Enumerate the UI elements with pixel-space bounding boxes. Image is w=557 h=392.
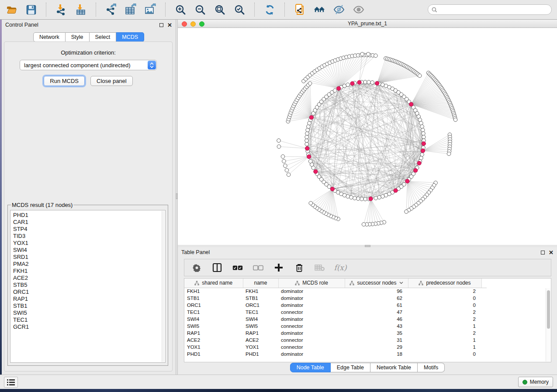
network-node[interactable] bbox=[356, 197, 360, 201]
window-close-button[interactable] bbox=[182, 21, 187, 27]
network-canvas[interactable] bbox=[178, 28, 557, 245]
tab-edge-table[interactable]: Edge Table bbox=[331, 363, 370, 372]
mcds-node[interactable] bbox=[405, 179, 409, 183]
network-node[interactable] bbox=[305, 139, 309, 143]
network-node[interactable] bbox=[422, 132, 426, 136]
function-builder-button[interactable]: f(x) bbox=[335, 262, 346, 273]
network-node[interactable] bbox=[447, 152, 451, 156]
zoom-selected-button[interactable] bbox=[233, 3, 246, 16]
mcds-node[interactable] bbox=[307, 155, 311, 158]
column-header-shared-name[interactable]: shared name bbox=[184, 279, 243, 288]
show-panels-button[interactable] bbox=[4, 377, 18, 388]
network-svg[interactable] bbox=[178, 28, 557, 245]
save-session-button[interactable] bbox=[25, 3, 37, 16]
network-node[interactable] bbox=[305, 135, 309, 139]
list-item[interactable]: SRD1 bbox=[13, 254, 163, 261]
network-node[interactable] bbox=[346, 83, 350, 87]
network-node[interactable] bbox=[419, 121, 423, 125]
network-node[interactable] bbox=[453, 118, 457, 122]
network-node[interactable] bbox=[362, 223, 366, 227]
table-scrollbar-thumb[interactable] bbox=[547, 290, 550, 329]
network-node[interactable] bbox=[418, 74, 422, 78]
mcds-node[interactable] bbox=[357, 80, 361, 84]
mcds-node[interactable] bbox=[337, 86, 341, 90]
export-table-button[interactable] bbox=[125, 3, 137, 16]
column-header-MCDS-role[interactable]: MCDS role bbox=[278, 279, 345, 288]
import-network-button[interactable] bbox=[55, 3, 67, 16]
network-node[interactable] bbox=[349, 196, 353, 199]
network-node[interactable] bbox=[420, 125, 424, 129]
mcds-node[interactable] bbox=[421, 149, 425, 153]
import-table-button[interactable] bbox=[75, 3, 87, 16]
table-row[interactable]: ACE2ACE2connector311 bbox=[184, 337, 487, 344]
close-panel-icon[interactable]: ✕ bbox=[167, 23, 172, 27]
table-row[interactable]: TEC1TEC1connector472 bbox=[184, 309, 487, 316]
column-header-predecessor-nodes[interactable]: predecessor nodes bbox=[408, 279, 481, 288]
mcds-node[interactable] bbox=[314, 169, 318, 173]
network-node[interactable] bbox=[360, 52, 364, 56]
network-node[interactable] bbox=[309, 201, 313, 205]
tab-motifs[interactable]: Motifs bbox=[418, 363, 445, 372]
export-network-button[interactable] bbox=[105, 3, 117, 16]
deselect-all-button[interactable] bbox=[253, 262, 263, 273]
list-item[interactable]: ACE2 bbox=[13, 275, 163, 282]
network-node[interactable] bbox=[308, 159, 312, 163]
network-node[interactable] bbox=[277, 139, 281, 143]
zoom-fit-button[interactable] bbox=[214, 3, 226, 16]
list-item[interactable]: FKH1 bbox=[13, 268, 163, 275]
network-node[interactable] bbox=[285, 168, 289, 172]
window-minimize-button[interactable] bbox=[190, 21, 196, 27]
float-panel-icon[interactable] bbox=[159, 23, 163, 27]
zoom-in-button[interactable] bbox=[174, 3, 187, 16]
network-node[interactable] bbox=[353, 196, 357, 200]
window-zoom-button[interactable] bbox=[199, 21, 204, 27]
table-row[interactable]: PHD1PHD1dominator180 bbox=[184, 351, 487, 358]
network-node[interactable] bbox=[363, 80, 367, 84]
list-item[interactable]: PHD1 bbox=[13, 212, 163, 219]
mcds-node[interactable] bbox=[409, 102, 413, 106]
network-node[interactable] bbox=[307, 125, 311, 129]
show-graphics-button[interactable] bbox=[353, 3, 365, 16]
list-item[interactable]: GCR1 bbox=[13, 323, 163, 330]
list-item[interactable]: PMA2 bbox=[13, 261, 163, 268]
network-window-titlebar[interactable]: YPA_prune.txt_1 bbox=[178, 20, 557, 28]
network-node[interactable] bbox=[306, 128, 310, 132]
refresh-view-button[interactable] bbox=[263, 3, 276, 16]
close-panel-button[interactable]: Close panel bbox=[90, 76, 133, 86]
network-node[interactable] bbox=[284, 164, 287, 168]
mcds-node[interactable] bbox=[417, 161, 421, 165]
table-row[interactable]: SWI4SWI4dominator462 bbox=[184, 316, 487, 323]
tab-network-table[interactable]: Network Table bbox=[370, 363, 418, 372]
float-table-panel-icon[interactable] bbox=[541, 251, 545, 254]
show-columns-button[interactable] bbox=[212, 262, 222, 273]
select-all-button[interactable] bbox=[232, 262, 243, 273]
network-node[interactable] bbox=[305, 132, 309, 136]
open-file-button[interactable] bbox=[5, 3, 17, 16]
list-item[interactable]: SWI4 bbox=[13, 247, 163, 254]
mcds-node[interactable] bbox=[350, 82, 354, 86]
network-node[interactable] bbox=[367, 52, 370, 56]
run-mcds-button[interactable]: Run MCDS bbox=[44, 76, 85, 86]
network-node[interactable] bbox=[377, 196, 381, 199]
list-item[interactable]: YOX1 bbox=[13, 240, 163, 247]
tab-mcds[interactable]: MCDS bbox=[116, 32, 144, 42]
table-row[interactable]: FKH1FKH1dominator962 bbox=[184, 288, 487, 295]
network-node[interactable] bbox=[370, 81, 374, 85]
network-node[interactable] bbox=[333, 89, 337, 93]
table-settings-button[interactable] bbox=[191, 262, 202, 273]
network-node[interactable] bbox=[374, 54, 378, 58]
network-node[interactable] bbox=[420, 153, 424, 157]
network-node[interactable] bbox=[422, 135, 426, 139]
network-node[interactable] bbox=[363, 197, 367, 201]
list-item[interactable]: CAR1 bbox=[13, 219, 163, 226]
result-list-scrollbar[interactable] bbox=[162, 211, 165, 362]
mcds-node[interactable] bbox=[309, 115, 313, 119]
mcds-node[interactable] bbox=[305, 146, 309, 150]
network-node[interactable] bbox=[277, 145, 281, 149]
add-column-button[interactable] bbox=[273, 262, 284, 273]
delete-table-button[interactable] bbox=[315, 262, 325, 273]
column-header-name[interactable]: name bbox=[243, 279, 278, 288]
network-node[interactable] bbox=[308, 82, 312, 86]
network-node[interactable] bbox=[360, 197, 364, 201]
network-node[interactable] bbox=[281, 155, 285, 158]
